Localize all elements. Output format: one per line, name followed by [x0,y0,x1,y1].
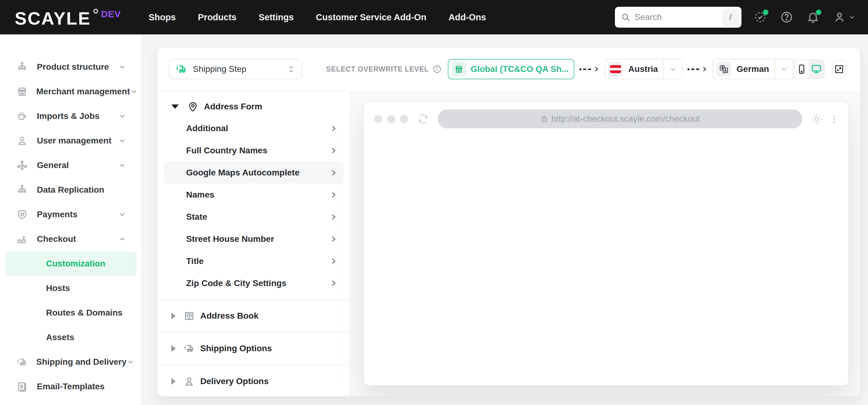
tree-section-shipping-options[interactable]: Shipping Options [157,332,350,365]
overwrite-level-label: SELECT OVERWRITE LEVEL [326,65,429,74]
chevron-down-icon [118,161,126,169]
sidebar-item-hosts[interactable]: Hosts [0,276,142,300]
menu-dots-icon[interactable] [829,113,839,125]
sidebar-item-email-templates[interactable]: Email-Templates [0,374,142,399]
tree-section-title: Delivery Options [200,376,269,386]
tree-header-address-form[interactable]: Address Form [157,96,350,117]
browser-chrome: http://at-checkout.scayle.com/checkout [364,102,848,128]
truck-icon [176,63,187,75]
step-selector[interactable]: Shipping Step [169,59,302,79]
notification-badge-dot [816,9,821,15]
tree-item-google-maps-autocomplete[interactable]: Google Maps Autocomplete [164,162,343,184]
nav-settings[interactable]: Settings [259,12,293,23]
user-icon [184,376,195,387]
sidebar: Product structure Merchant management Im… [0,34,142,405]
chevron-down-icon [118,137,126,145]
tree-item-title[interactable]: Title [164,250,343,272]
hierarchy-icon [17,184,28,196]
mobile-preview-button[interactable] [794,60,809,78]
address-book-icon [184,310,195,321]
overwrite-level-button[interactable]: Global (TC&CO QA Sh... [448,59,574,79]
nav-add-ons[interactable]: Add-Ons [448,12,486,23]
top-navigation: Shops Products Settings Customer Service… [149,12,486,23]
logo-wordmark: SCAYLE [15,9,91,27]
info-icon[interactable] [432,64,442,74]
sidebar-item-data-replication[interactable]: Data Replication [0,178,142,202]
sidebar-item-user-management[interactable]: User management [0,128,142,153]
flow-arrow-icon [579,66,599,73]
sidebar-item-label: Product structure [37,62,109,72]
sidebar-item-customization[interactable]: Customization [5,251,137,276]
notifications-bell-icon[interactable] [807,11,819,24]
device-preview-toggle [794,59,825,79]
logo-ring-icon [93,9,98,13]
sidebar-item-assets[interactable]: Assets [0,325,142,350]
country-selector[interactable]: Austria [604,59,682,79]
chevron-right-icon [329,257,337,265]
chevron-down-icon [118,112,126,120]
tree-item-street-house-number[interactable]: Street House Number [164,228,343,250]
chevron-down-icon [775,65,793,74]
component-tree: Address Form Additional Full Country Nam… [157,92,351,397]
tree-section-delivery-options[interactable]: Delivery Options [157,365,350,397]
sidebar-item-routes-domains[interactable]: Routes & Domains [0,300,142,325]
sidebar-item-label: Customization [46,259,105,268]
sidebar-item-merchant-management[interactable]: Merchant management [0,79,142,104]
map-pin-icon [187,101,198,112]
sidebar-item-label: Merchant management [36,87,130,96]
refresh-icon[interactable] [417,113,429,125]
search-input[interactable]: Search / [615,7,741,28]
nav-customer-service-add-on[interactable]: Customer Service Add-On [316,12,426,23]
fullscreen-button[interactable] [832,60,846,78]
sidebar-item-label: Routes & Domains [46,308,123,318]
chevron-down-icon [130,88,138,95]
nav-shops[interactable]: Shops [149,12,176,23]
topbar-icon-cluster [754,11,856,24]
url-text: http://at-checkout.scayle.com/checkout [551,114,700,124]
sidebar-item-label: Email-Templates [37,382,104,392]
sidebar-item-shipping-and-delivery[interactable]: Shipping and Delivery [0,350,142,374]
status-badge-dot [763,9,769,15]
chevron-right-icon [329,279,337,287]
sidebar-item-product-structure[interactable]: Product structure [0,55,142,79]
search-shortcut-key: / [722,9,738,26]
sidebar-item-payments[interactable]: Payments [0,202,142,227]
sidebar-item-general[interactable]: General [0,153,142,178]
tree-section-address-form: Address Form Additional Full Country Nam… [157,92,350,300]
chevron-right-icon [329,147,337,154]
truck-icon [184,343,195,354]
tree-item-zip-code-city-settings[interactable]: Zip Code & City Settings [164,272,343,294]
nav-products[interactable]: Products [198,12,237,23]
language-selector[interactable]: German [713,59,794,79]
scayle-logo[interactable]: SCAYLE DEV [15,7,121,27]
tree-item-state[interactable]: State [164,206,343,228]
lock-icon [540,115,548,123]
account-menu[interactable] [833,11,856,24]
tree-section-title: Address Book [200,311,259,321]
help-icon[interactable] [780,11,793,24]
chevron-down-icon [664,65,682,74]
gear-icon[interactable] [810,113,823,125]
tree-item-full-country-names[interactable]: Full Country Names [164,140,343,162]
desktop-preview-button[interactable] [809,60,824,78]
tree-item-additional[interactable]: Additional [164,117,343,140]
document-icon [17,381,28,392]
chevron-down-icon [127,358,134,366]
tree-section-title: Shipping Options [200,344,272,353]
sidebar-item-imports-jobs[interactable]: Imports & Jobs [0,104,142,128]
hierarchy-icon [17,61,28,73]
customization-toolbar: Shipping Step SELECT OVERWRITE LEVEL Glo… [157,47,860,92]
tree-section-address-book[interactable]: Address Book [157,300,350,332]
truck-icon [17,356,28,368]
sidebar-item-checkout[interactable]: Checkout [0,227,142,251]
tasks-status-icon[interactable] [754,11,767,24]
sidebar-item-label: Assets [46,332,74,342]
chevron-up-icon [118,235,126,243]
main-panel: Shipping Step SELECT OVERWRITE LEVEL Glo… [157,47,861,397]
chevron-right-icon [329,169,337,177]
tree-item-names[interactable]: Names [164,184,343,206]
customization-content: Address Form Additional Full Country Nam… [157,92,860,397]
url-bar[interactable]: http://at-checkout.scayle.com/checkout [438,109,802,128]
chevron-down-icon [118,210,126,219]
payment-shield-icon [17,209,28,220]
